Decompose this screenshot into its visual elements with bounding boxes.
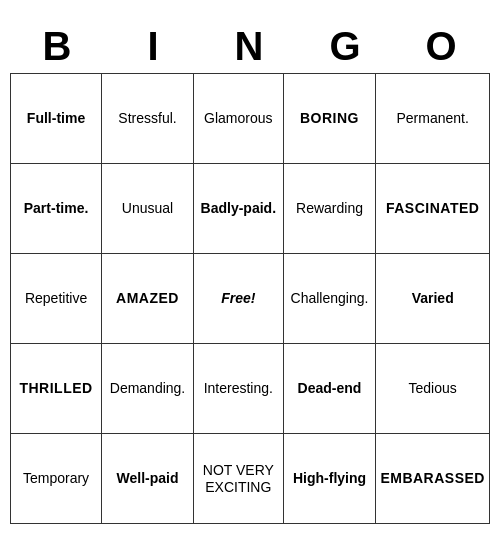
- cell-r2-c3: Challenging.: [283, 254, 376, 344]
- cell-r2-c0: Repetitive: [11, 254, 102, 344]
- cell-r4-c4: EMBARASSED: [376, 434, 490, 524]
- cell-r2-c4: Varied: [376, 254, 490, 344]
- bingo-grid: Full-timeStressful.GlamorousBORINGPerman…: [10, 73, 490, 524]
- cell-r3-c2: Interesting.: [193, 344, 283, 434]
- header-b: B: [10, 20, 106, 73]
- cell-r0-c1: Stressful.: [102, 74, 194, 164]
- bingo-card: B I N G O Full-timeStressful.GlamorousBO…: [10, 20, 490, 524]
- cell-r3-c0: THRILLED: [11, 344, 102, 434]
- cell-r2-c1: AMAZED: [102, 254, 194, 344]
- header-i: I: [106, 20, 202, 73]
- cell-r1-c4: FASCINATED: [376, 164, 490, 254]
- header-g: G: [298, 20, 394, 73]
- cell-r0-c4: Permanent.: [376, 74, 490, 164]
- cell-r1-c0: Part-time.: [11, 164, 102, 254]
- cell-r1-c1: Unusual: [102, 164, 194, 254]
- cell-r4-c1: Well-paid: [102, 434, 194, 524]
- header-n: N: [202, 20, 298, 73]
- cell-r0-c2: Glamorous: [193, 74, 283, 164]
- cell-r2-c2: Free!: [193, 254, 283, 344]
- cell-r1-c3: Rewarding: [283, 164, 376, 254]
- cell-r1-c2: Badly-paid.: [193, 164, 283, 254]
- bingo-header: B I N G O: [10, 20, 490, 73]
- cell-r3-c1: Demanding.: [102, 344, 194, 434]
- cell-r4-c2: NOT VERY EXCITING: [193, 434, 283, 524]
- cell-r4-c3: High-flying: [283, 434, 376, 524]
- cell-r3-c4: Tedious: [376, 344, 490, 434]
- header-o: O: [394, 20, 490, 73]
- cell-r3-c3: Dead-end: [283, 344, 376, 434]
- cell-r0-c0: Full-time: [11, 74, 102, 164]
- cell-r0-c3: BORING: [283, 74, 376, 164]
- cell-r4-c0: Temporary: [11, 434, 102, 524]
